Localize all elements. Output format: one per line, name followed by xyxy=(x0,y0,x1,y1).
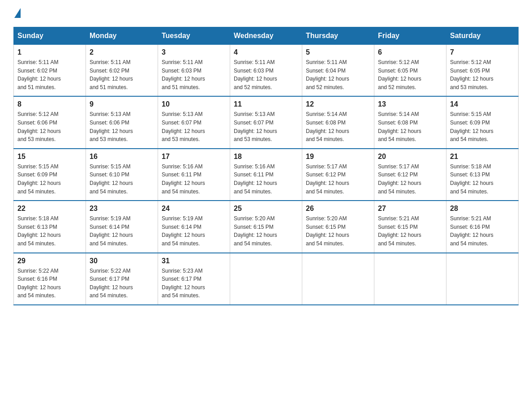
day-number: 9 xyxy=(90,100,154,108)
header xyxy=(13,9,519,19)
day-number: 29 xyxy=(17,257,82,265)
calendar-day-cell: 26 Sunrise: 5:20 AMSunset: 6:15 PMDaylig… xyxy=(302,201,374,253)
day-number: 4 xyxy=(234,48,298,56)
day-info: Sunrise: 5:20 AMSunset: 6:15 PMDaylight:… xyxy=(306,215,349,247)
calendar-day-cell: 1 Sunrise: 5:11 AMSunset: 6:02 PMDayligh… xyxy=(14,45,86,97)
day-info: Sunrise: 5:21 AMSunset: 6:16 PMDaylight:… xyxy=(450,215,493,247)
calendar-day-cell: 20 Sunrise: 5:17 AMSunset: 6:12 PMDaylig… xyxy=(374,149,446,201)
day-number: 30 xyxy=(90,257,154,265)
day-number: 6 xyxy=(378,48,442,56)
day-number: 18 xyxy=(234,153,298,161)
calendar-day-cell: 23 Sunrise: 5:19 AMSunset: 6:14 PMDaylig… xyxy=(86,201,158,253)
weekday-header-monday: Monday xyxy=(86,27,158,45)
day-info: Sunrise: 5:23 AMSunset: 6:17 PMDaylight:… xyxy=(162,268,205,299)
calendar-day-cell: 30 Sunrise: 5:22 AMSunset: 6:17 PMDaylig… xyxy=(86,253,158,305)
day-number: 23 xyxy=(90,205,154,213)
day-number: 12 xyxy=(306,100,370,108)
weekday-header-wednesday: Wednesday xyxy=(230,27,302,45)
day-info: Sunrise: 5:14 AMSunset: 6:08 PMDaylight:… xyxy=(306,111,349,142)
calendar-day-cell: 2 Sunrise: 5:11 AMSunset: 6:02 PMDayligh… xyxy=(86,45,158,97)
day-info: Sunrise: 5:15 AMSunset: 6:10 PMDaylight:… xyxy=(90,163,133,195)
calendar-day-cell: 25 Sunrise: 5:20 AMSunset: 6:15 PMDaylig… xyxy=(230,201,302,253)
day-number: 7 xyxy=(450,48,515,56)
day-number: 21 xyxy=(450,153,515,161)
weekday-header-thursday: Thursday xyxy=(302,27,374,45)
calendar-day-cell: 7 Sunrise: 5:12 AMSunset: 6:05 PMDayligh… xyxy=(446,45,519,97)
day-info: Sunrise: 5:15 AMSunset: 6:09 PMDaylight:… xyxy=(450,111,493,142)
calendar-day-cell: 16 Sunrise: 5:15 AMSunset: 6:10 PMDaylig… xyxy=(86,149,158,201)
day-info: Sunrise: 5:11 AMSunset: 6:03 PMDaylight:… xyxy=(162,59,205,90)
calendar-week-row: 15 Sunrise: 5:15 AMSunset: 6:09 PMDaylig… xyxy=(14,149,519,201)
day-info: Sunrise: 5:12 AMSunset: 6:05 PMDaylight:… xyxy=(378,59,421,90)
calendar-day-cell: 24 Sunrise: 5:19 AMSunset: 6:14 PMDaylig… xyxy=(158,201,230,253)
logo xyxy=(13,9,21,19)
calendar-day-cell: 11 Sunrise: 5:13 AMSunset: 6:07 PMDaylig… xyxy=(230,96,302,148)
weekday-header-friday: Friday xyxy=(374,27,446,45)
calendar-day-cell: 21 Sunrise: 5:18 AMSunset: 6:13 PMDaylig… xyxy=(446,149,519,201)
day-number: 15 xyxy=(17,153,82,161)
calendar-day-cell: 9 Sunrise: 5:13 AMSunset: 6:06 PMDayligh… xyxy=(86,96,158,148)
calendar-day-cell: 10 Sunrise: 5:13 AMSunset: 6:07 PMDaylig… xyxy=(158,96,230,148)
day-info: Sunrise: 5:12 AMSunset: 6:05 PMDaylight:… xyxy=(450,59,493,90)
day-number: 2 xyxy=(90,48,154,56)
calendar-week-row: 29 Sunrise: 5:22 AMSunset: 6:16 PMDaylig… xyxy=(14,253,519,305)
calendar-day-cell xyxy=(230,253,302,305)
calendar-day-cell: 15 Sunrise: 5:15 AMSunset: 6:09 PMDaylig… xyxy=(14,149,86,201)
day-number: 16 xyxy=(90,153,154,161)
day-info: Sunrise: 5:22 AMSunset: 6:16 PMDaylight:… xyxy=(17,268,61,299)
day-number: 22 xyxy=(17,205,82,213)
day-number: 5 xyxy=(306,48,370,56)
day-info: Sunrise: 5:16 AMSunset: 6:11 PMDaylight:… xyxy=(162,163,205,195)
calendar-day-cell: 27 Sunrise: 5:21 AMSunset: 6:15 PMDaylig… xyxy=(374,201,446,253)
day-number: 1 xyxy=(17,48,82,56)
day-info: Sunrise: 5:17 AMSunset: 6:12 PMDaylight:… xyxy=(306,163,349,195)
day-number: 31 xyxy=(162,257,226,265)
day-info: Sunrise: 5:13 AMSunset: 6:07 PMDaylight:… xyxy=(162,111,205,142)
calendar-day-cell xyxy=(302,253,374,305)
day-info: Sunrise: 5:17 AMSunset: 6:12 PMDaylight:… xyxy=(378,163,421,195)
calendar-day-cell: 6 Sunrise: 5:12 AMSunset: 6:05 PMDayligh… xyxy=(374,45,446,97)
logo-flag-icon xyxy=(14,8,21,18)
calendar-week-row: 1 Sunrise: 5:11 AMSunset: 6:02 PMDayligh… xyxy=(14,45,519,97)
day-number: 27 xyxy=(378,205,442,213)
day-info: Sunrise: 5:13 AMSunset: 6:07 PMDaylight:… xyxy=(234,111,277,142)
day-number: 13 xyxy=(378,100,442,108)
weekday-header-saturday: Saturday xyxy=(446,27,519,45)
calendar-day-cell: 17 Sunrise: 5:16 AMSunset: 6:11 PMDaylig… xyxy=(158,149,230,201)
day-number: 20 xyxy=(378,153,442,161)
calendar-day-cell: 12 Sunrise: 5:14 AMSunset: 6:08 PMDaylig… xyxy=(302,96,374,148)
day-info: Sunrise: 5:22 AMSunset: 6:17 PMDaylight:… xyxy=(90,268,133,299)
calendar-day-cell: 3 Sunrise: 5:11 AMSunset: 6:03 PMDayligh… xyxy=(158,45,230,97)
weekday-header-row: SundayMondayTuesdayWednesdayThursdayFrid… xyxy=(14,27,519,45)
calendar-day-cell xyxy=(374,253,446,305)
day-info: Sunrise: 5:13 AMSunset: 6:06 PMDaylight:… xyxy=(90,111,133,142)
calendar-day-cell: 31 Sunrise: 5:23 AMSunset: 6:17 PMDaylig… xyxy=(158,253,230,305)
calendar-day-cell xyxy=(446,253,519,305)
calendar-day-cell: 19 Sunrise: 5:17 AMSunset: 6:12 PMDaylig… xyxy=(302,149,374,201)
day-number: 24 xyxy=(162,205,226,213)
calendar-week-row: 22 Sunrise: 5:18 AMSunset: 6:13 PMDaylig… xyxy=(14,201,519,253)
weekday-header-sunday: Sunday xyxy=(14,27,86,45)
day-info: Sunrise: 5:19 AMSunset: 6:14 PMDaylight:… xyxy=(90,215,133,247)
day-number: 28 xyxy=(450,205,515,213)
day-info: Sunrise: 5:18 AMSunset: 6:13 PMDaylight:… xyxy=(450,163,493,195)
calendar-day-cell: 22 Sunrise: 5:18 AMSunset: 6:13 PMDaylig… xyxy=(14,201,86,253)
day-number: 26 xyxy=(306,205,370,213)
day-info: Sunrise: 5:12 AMSunset: 6:06 PMDaylight:… xyxy=(17,111,61,142)
weekday-header-tuesday: Tuesday xyxy=(158,27,230,45)
day-number: 10 xyxy=(162,100,226,108)
day-number: 8 xyxy=(17,100,82,108)
day-info: Sunrise: 5:11 AMSunset: 6:02 PMDaylight:… xyxy=(90,59,133,90)
day-info: Sunrise: 5:11 AMSunset: 6:03 PMDaylight:… xyxy=(234,59,277,90)
calendar-day-cell: 14 Sunrise: 5:15 AMSunset: 6:09 PMDaylig… xyxy=(446,96,519,148)
day-info: Sunrise: 5:21 AMSunset: 6:15 PMDaylight:… xyxy=(378,215,421,247)
day-info: Sunrise: 5:20 AMSunset: 6:15 PMDaylight:… xyxy=(234,215,277,247)
day-info: Sunrise: 5:11 AMSunset: 6:02 PMDaylight:… xyxy=(17,59,61,90)
day-info: Sunrise: 5:18 AMSunset: 6:13 PMDaylight:… xyxy=(17,215,61,247)
day-number: 19 xyxy=(306,153,370,161)
day-info: Sunrise: 5:11 AMSunset: 6:04 PMDaylight:… xyxy=(306,59,349,90)
calendar-table: SundayMondayTuesdayWednesdayThursdayFrid… xyxy=(13,27,519,305)
day-number: 25 xyxy=(234,205,298,213)
day-number: 11 xyxy=(234,100,298,108)
day-info: Sunrise: 5:16 AMSunset: 6:11 PMDaylight:… xyxy=(234,163,277,195)
